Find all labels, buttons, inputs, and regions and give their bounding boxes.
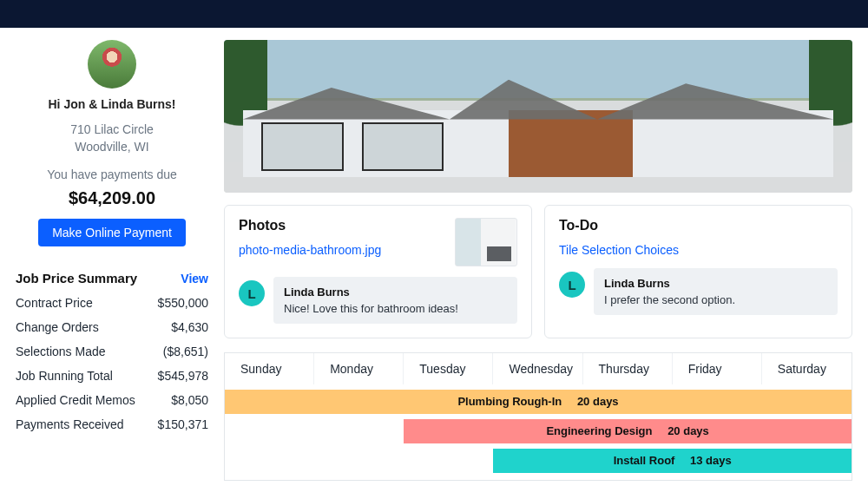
summary-label: Applied Credit Memos	[16, 393, 135, 407]
project-address: 710 Lilac Circle Woodville, WI	[16, 121, 208, 155]
task-duration: 20 days	[667, 424, 709, 437]
todo-card-title: To-Do	[559, 218, 838, 233]
day-header: Sunday	[225, 353, 314, 384]
summary-row: Contract Price $550,000	[16, 291, 208, 315]
summary-label: Change Orders	[16, 320, 99, 334]
app-top-bar	[0, 0, 868, 28]
comment-bubble: Linda Burns I prefer the second option.	[594, 268, 838, 315]
commenter-name: Linda Burns	[284, 286, 507, 299]
project-hero-image[interactable]	[224, 40, 852, 193]
schedule-bars: Plumbing Rough-In 20 days Engineering De…	[225, 384, 852, 480]
summary-title: Job Price Summary	[16, 271, 137, 286]
day-header: Friday	[673, 353, 762, 384]
photo-comment: L Linda Burns Nice! Love this for bathro…	[239, 277, 517, 324]
summary-row: Payments Received $150,371	[16, 412, 208, 437]
comment-text: Nice! Love this for bathroom ideas!	[284, 302, 507, 315]
commenter-avatar[interactable]: L	[559, 272, 585, 298]
todo-comment: L Linda Burns I prefer the second option…	[559, 268, 838, 315]
summary-view-link[interactable]: View	[181, 272, 208, 286]
summary-row: Change Orders $4,630	[16, 315, 208, 339]
address-line-1: 710 Lilac Circle	[16, 121, 208, 139]
schedule-header-row: Sunday Monday Tuesday Wednesday Thursday…	[225, 353, 852, 384]
schedule-task-bar[interactable]: Engineering Design 20 days	[404, 419, 852, 443]
summary-row: Selections Made ($8,651)	[16, 339, 208, 364]
address-line-2: Woodville, WI	[16, 139, 208, 156]
greeting-text: Hi Jon & Linda Burns!	[16, 97, 208, 111]
task-name: Install Roof	[614, 454, 675, 467]
photos-card: Photos photo-media-bathroom.jpg L Linda …	[224, 205, 532, 338]
schedule-task-bar[interactable]: Install Roof 13 days	[493, 449, 852, 473]
user-avatar[interactable]	[88, 40, 136, 89]
commenter-name: Linda Burns	[604, 277, 827, 290]
comment-text: I prefer the second option.	[604, 293, 827, 306]
comment-bubble: Linda Burns Nice! Love this for bathroom…	[273, 277, 517, 324]
task-duration: 13 days	[690, 454, 732, 467]
photos-card-title: Photos	[239, 218, 446, 233]
summary-label: Job Running Total	[16, 369, 113, 383]
main-content: Photos photo-media-bathroom.jpg L Linda …	[224, 28, 868, 499]
schedule-task-bar[interactable]: Plumbing Rough-In 20 days	[225, 390, 852, 414]
sidebar: Hi Jon & Linda Burns! 710 Lilac Circle W…	[0, 28, 224, 499]
summary-value: ($8,651)	[163, 345, 208, 358]
day-header: Monday	[314, 353, 404, 384]
summary-row: Job Running Total $545,978	[16, 364, 208, 388]
day-header: Wednesday	[493, 353, 582, 384]
task-duration: 20 days	[577, 395, 619, 408]
schedule-gantt: Sunday Monday Tuesday Wednesday Thursday…	[224, 352, 852, 481]
commenter-avatar[interactable]: L	[239, 280, 265, 306]
day-header: Thursday	[583, 353, 673, 384]
make-payment-button[interactable]: Make Online Payment	[38, 219, 186, 246]
amount-due: $64,209.00	[16, 188, 208, 208]
task-name: Engineering Design	[546, 424, 652, 437]
summary-value: $4,630	[171, 320, 208, 334]
day-header: Saturday	[762, 353, 852, 384]
job-price-summary: Job Price Summary View Contract Price $5…	[16, 271, 208, 437]
day-header: Tuesday	[404, 353, 493, 384]
photo-thumbnail[interactable]	[455, 218, 517, 266]
main-layout: Hi Jon & Linda Burns! 710 Lilac Circle W…	[0, 28, 868, 499]
summary-label: Payments Received	[16, 417, 124, 431]
payments-due-message: You have payments due	[16, 167, 208, 181]
photo-file-link[interactable]: photo-media-bathroom.jpg	[239, 243, 381, 257]
todo-item-link[interactable]: Tile Selection Choices	[559, 243, 679, 257]
summary-value: $150,371	[158, 417, 208, 431]
summary-value: $545,978	[158, 369, 208, 383]
summary-label: Contract Price	[16, 296, 93, 310]
summary-value: $550,000	[158, 296, 208, 310]
summary-value: $8,050	[171, 393, 208, 407]
todo-card: To-Do Tile Selection Choices L Linda Bur…	[544, 205, 852, 338]
summary-row: Applied Credit Memos $8,050	[16, 388, 208, 412]
summary-label: Selections Made	[16, 345, 106, 358]
task-name: Plumbing Rough-In	[457, 395, 562, 408]
